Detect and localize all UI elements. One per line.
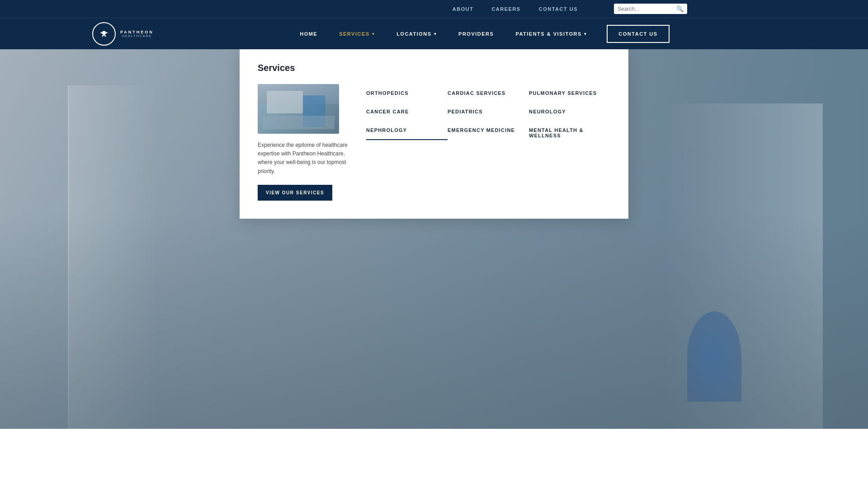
view-services-button[interactable]: VIEW OUR SERVICES — [258, 185, 332, 201]
logo[interactable]: PANTHEON HEALTHCARE — [90, 20, 154, 47]
dropdown-content: Experience the epitome of healthcare exp… — [258, 84, 610, 201]
dropdown-description: Experience the epitome of healthcare exp… — [258, 141, 348, 176]
service-pulmonary[interactable]: PULMONARY SERVICES — [529, 84, 610, 103]
main-navigation: PANTHEON HEALTHCARE HOME SERVICES ▾ LOCA… — [0, 18, 868, 49]
hero-section: Services Experience the epitome of healt… — [0, 49, 868, 429]
service-mental-health[interactable]: MENTAL HEALTH & WELLNESS — [529, 121, 610, 145]
top-bar-links: ABOUT CAREERS CONTACT US 🔍 — [453, 4, 687, 14]
service-pediatrics[interactable]: PEDIATRICS — [448, 103, 529, 121]
nav-services[interactable]: SERVICES ▾ — [328, 18, 386, 50]
top-utility-bar: ABOUT CAREERS CONTACT US 🔍 — [0, 0, 868, 18]
service-orthopedics[interactable]: ORTHOPEDICS — [366, 84, 448, 103]
patients-chevron-icon: ▾ — [584, 32, 587, 36]
dropdown-services-grid: ORTHOPEDICS CANCER CARE NEPHROLOGY CARDI… — [366, 84, 610, 201]
dropdown-title: Services — [258, 63, 610, 73]
service-column-1: ORTHOPEDICS CANCER CARE NEPHROLOGY — [366, 84, 448, 164]
services-dropdown-panel: Services Experience the epitome of healt… — [240, 49, 628, 219]
service-cancer-care[interactable]: CANCER CARE — [366, 103, 448, 121]
service-emergency[interactable]: EMERGENCY MEDICINE — [448, 121, 529, 140]
nav-patients-visitors[interactable]: PATIENTS & VISITORS ▾ — [505, 18, 598, 50]
image-scene — [258, 84, 339, 134]
service-nephrology[interactable]: NEPHROLOGY — [366, 121, 448, 140]
topbar-careers-link[interactable]: CAREERS — [491, 6, 520, 12]
logo-circle — [92, 22, 116, 46]
topbar-about-link[interactable]: ABOUT — [453, 6, 474, 12]
service-featured-image — [258, 84, 339, 134]
logo-icon — [90, 20, 118, 47]
hero-scrubs-hint — [687, 311, 741, 402]
service-cardiac[interactable]: CARDIAC SERVICES — [448, 84, 529, 103]
logo-name: PANTHEON — [120, 30, 154, 34]
locations-chevron-icon: ▾ — [434, 32, 437, 36]
nav-home[interactable]: HOME — [289, 18, 328, 50]
dropdown-left-panel: Experience the epitome of healthcare exp… — [258, 84, 348, 201]
service-column-3: PULMONARY SERVICES NEUROLOGY MENTAL HEAL… — [529, 84, 610, 164]
logo-bird-icon — [97, 27, 111, 41]
logo-text: PANTHEON HEALTHCARE — [120, 30, 154, 38]
nav-items: HOME SERVICES ▾ LOCATIONS ▾ PROVIDERS PA… — [181, 18, 778, 50]
logo-sub: HEALTHCARE — [120, 34, 154, 38]
search-icon-button[interactable]: 🔍 — [676, 5, 684, 12]
services-chevron-icon: ▾ — [372, 32, 375, 36]
service-neurology[interactable]: NEUROLOGY — [529, 103, 610, 121]
nav-providers[interactable]: PROVIDERS — [448, 18, 505, 50]
nav-locations[interactable]: LOCATIONS ▾ — [386, 18, 448, 50]
service-column-2: CARDIAC SERVICES PEDIATRICS EMERGENCY ME… — [448, 84, 529, 164]
search-box[interactable]: 🔍 — [614, 4, 687, 14]
nav-contact-button[interactable]: CONTACT US — [607, 25, 669, 43]
topbar-contact-link[interactable]: CONTACT US — [539, 6, 578, 12]
search-input[interactable] — [618, 6, 676, 12]
